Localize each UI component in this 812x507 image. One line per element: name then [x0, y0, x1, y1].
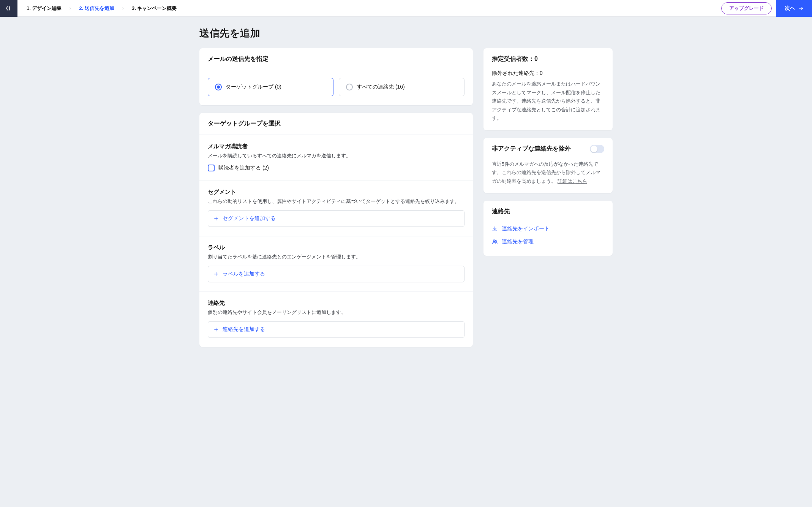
segments-block: セグメント これらの動的リストを使用し、属性やサイトアクティビティに基づいてター…: [199, 181, 473, 236]
chevron-right-icon: [68, 6, 72, 10]
next-button[interactable]: 次へ: [776, 0, 812, 17]
step-summary[interactable]: 3. キャンペーン概要: [132, 5, 177, 12]
step-design[interactable]: 1. デザイン編集: [27, 5, 62, 12]
specify-recipients-body: ターゲットグループ (0) すべての連絡先 (16): [199, 70, 473, 105]
contacts-links-body: 連絡先をインポート 連絡先を管理: [483, 222, 613, 256]
add-label-label: ラベルを追加する: [223, 271, 265, 277]
recipient-mode-radio-group: ターゲットグループ (0) すべての連絡先 (16): [208, 78, 464, 96]
svg-point-7: [493, 240, 495, 242]
subscribers-title: メルマガ購読者: [208, 143, 464, 150]
chevron-right-icon: [121, 6, 125, 10]
add-contact-button[interactable]: 連絡先を追加する: [208, 321, 464, 338]
import-contacts-label: 連絡先をインポート: [502, 225, 550, 232]
exclude-inactive-card: 非アクティブな連絡先を除外 直近5件のメルマガへの反応がなかった連絡先です。これ…: [483, 138, 613, 193]
segments-title: セグメント: [208, 189, 464, 196]
radio-circle-icon: [215, 84, 222, 90]
radio-all-label: すべての連絡先 (16): [357, 84, 405, 90]
download-icon: [492, 226, 498, 232]
next-button-label: 次へ: [785, 5, 795, 12]
labels-block: ラベル 割り当てたラベルを基に連絡先とのエンゲージメントを管理します。 ラベルを…: [199, 236, 473, 292]
layout-columns: メールの送信先を指定 ターゲットグループ (0) すべての連絡先 (16): [199, 48, 613, 347]
add-segment-button[interactable]: セグメントを追加する: [208, 210, 464, 227]
plus-icon: [213, 216, 219, 221]
specify-recipients-card: メールの送信先を指定 ターゲットグループ (0) すべての連絡先 (16): [199, 48, 473, 105]
side-column: 推定受信者数：0 除外された連絡先：0 あなたのメールを迷惑メールまたはハードバ…: [483, 48, 613, 256]
back-arrow-icon: [5, 5, 12, 12]
main-column: メールの送信先を指定 ターゲットグループ (0) すべての連絡先 (16): [199, 48, 473, 347]
estimated-recipients-body: 除外された連絡先：0 あなたのメールを迷惑メールまたはハードバウンスメールとして…: [483, 70, 613, 130]
labels-desc: 割り当てたラベルを基に連絡先とのエンゲージメントを管理します。: [208, 253, 464, 261]
estimated-recipients-card: 推定受信者数：0 除外された連絡先：0 あなたのメールを迷惑メールまたはハードバ…: [483, 48, 613, 130]
radio-circle-icon: [346, 84, 353, 90]
excluded-contacts-desc: あなたのメールを迷惑メールまたはハードバウンスメールとしてマークし、メール配信を…: [492, 80, 604, 123]
step-breadcrumbs: 1. デザイン編集 2. 送信先を追加 3. キャンペーン概要: [17, 5, 721, 12]
radio-target-group[interactable]: ターゲットグループ (0): [208, 78, 333, 96]
manage-contacts-link[interactable]: 連絡先を管理: [492, 235, 604, 248]
contacts-block: 連絡先 個別の連絡先やサイト会員をメーリングリストに追加します。 連絡先を追加す…: [199, 292, 473, 347]
specify-recipients-header: メールの送信先を指定: [199, 48, 473, 70]
plus-icon: [213, 327, 219, 332]
radio-all-contacts[interactable]: すべての連絡先 (16): [339, 78, 464, 96]
add-subscribers-checkbox[interactable]: 購読者を追加する (2): [208, 165, 464, 171]
subscribers-desc: メールを購読しているすべての連絡先にメルマガを送信します。: [208, 152, 464, 160]
radio-target-label: ターゲットグループ (0): [226, 84, 281, 90]
exclude-inactive-learn-more-link[interactable]: 詳細はこちら: [558, 179, 587, 184]
contacts-desc: 個別の連絡先やサイト会員をメーリングリストに追加します。: [208, 308, 464, 317]
subscribers-block: メルマガ購読者 メールを購読しているすべての連絡先にメルマガを送信します。 購読…: [199, 135, 473, 181]
contacts-links-header: 連絡先: [483, 201, 613, 222]
users-icon: [492, 239, 498, 245]
checkbox-icon: [208, 165, 215, 171]
plus-icon: [213, 271, 219, 277]
page-content: 送信先を追加 メールの送信先を指定 ターゲットグループ (0) すべての連絡先 …: [193, 17, 619, 362]
excluded-contacts-line: 除外された連絡先：0: [492, 70, 604, 77]
target-group-header: ターゲットグループを選択: [199, 113, 473, 135]
add-label-button[interactable]: ラベルを追加する: [208, 266, 464, 282]
target-group-card: ターゲットグループを選択 メルマガ購読者 メールを購読しているすべての連絡先にメ…: [199, 113, 473, 347]
exclude-inactive-toggle[interactable]: [590, 145, 604, 153]
add-contact-label: 連絡先を追加する: [223, 326, 265, 333]
add-subscribers-label: 購読者を追加する (2): [218, 165, 269, 171]
manage-contacts-label: 連絡先を管理: [502, 238, 534, 245]
arrow-right-icon: [798, 6, 804, 11]
page-title: 送信先を追加: [199, 27, 613, 40]
labels-title: ラベル: [208, 244, 464, 251]
exclude-inactive-body: 直近5件のメルマガへの反応がなかった連絡先です。これらの連絡先を送信先から除外し…: [483, 160, 613, 193]
segments-desc: これらの動的リストを使用し、属性やサイトアクティビティに基づいてターゲットとする…: [208, 197, 464, 206]
top-bar: 1. デザイン編集 2. 送信先を追加 3. キャンペーン概要 アップグレード …: [0, 0, 812, 17]
add-segment-label: セグメントを追加する: [223, 215, 276, 222]
exclude-inactive-header: 非アクティブな連絡先を除外: [492, 145, 571, 153]
contacts-links-card: 連絡先 連絡先をインポート 連絡先を管理: [483, 201, 613, 256]
upgrade-button[interactable]: アップグレード: [721, 2, 772, 14]
estimated-recipients-header: 推定受信者数：0: [483, 48, 613, 70]
svg-point-8: [495, 240, 497, 241]
back-button[interactable]: [0, 0, 17, 17]
exclude-inactive-header-row: 非アクティブな連絡先を除外: [483, 138, 613, 160]
import-contacts-link[interactable]: 連絡先をインポート: [492, 222, 604, 235]
contacts-title: 連絡先: [208, 299, 464, 307]
step-recipients[interactable]: 2. 送信先を追加: [79, 5, 114, 12]
